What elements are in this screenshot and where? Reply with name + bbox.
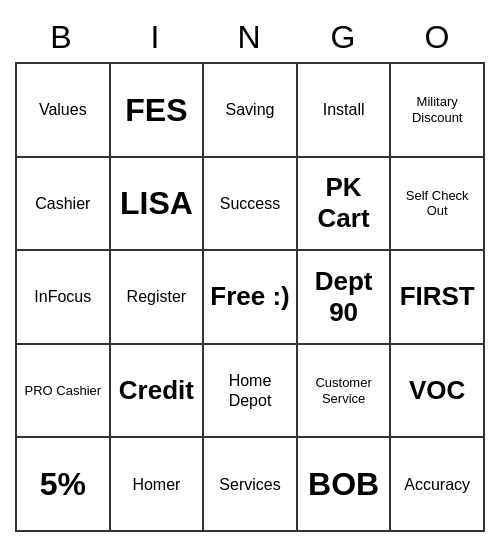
bingo-cell-text-1-1: LISA: [120, 184, 193, 222]
bingo-cell-text-4-3: BOB: [308, 465, 379, 503]
bingo-cell-3-3: Customer Service: [298, 345, 392, 439]
bingo-cell-text-4-2: Services: [219, 475, 280, 494]
bingo-cell-text-0-3: Install: [323, 100, 365, 119]
bingo-card: BINGO ValuesFESSavingInstallMilitary Dis…: [15, 12, 485, 532]
header-letter-I: I: [109, 12, 203, 62]
bingo-cell-text-3-3: Customer Service: [302, 375, 386, 406]
bingo-cell-3-1: Credit: [111, 345, 205, 439]
bingo-cell-1-3: PK Cart: [298, 158, 392, 252]
bingo-cell-text-2-2: Free :): [210, 281, 289, 312]
bingo-cell-2-3: Dept 90: [298, 251, 392, 345]
bingo-cell-text-0-0: Values: [39, 100, 87, 119]
bingo-cell-text-2-4: FIRST: [400, 281, 475, 312]
bingo-cell-text-0-4: Military Discount: [395, 94, 479, 125]
header-letter-G: G: [297, 12, 391, 62]
bingo-cell-text-3-0: PRO Cashier: [25, 383, 102, 399]
bingo-cell-3-4: VOC: [391, 345, 485, 439]
bingo-cell-text-1-3: PK Cart: [302, 172, 386, 234]
bingo-cell-4-2: Services: [204, 438, 298, 532]
header-letter-B: B: [15, 12, 109, 62]
bingo-cell-text-0-2: Saving: [226, 100, 275, 119]
bingo-cell-2-4: FIRST: [391, 251, 485, 345]
bingo-cell-text-1-0: Cashier: [35, 194, 90, 213]
bingo-cell-4-3: BOB: [298, 438, 392, 532]
bingo-cell-text-3-2: Home Depot: [208, 371, 292, 409]
header-letter-N: N: [203, 12, 297, 62]
bingo-cell-1-1: LISA: [111, 158, 205, 252]
bingo-cell-text-2-0: InFocus: [34, 287, 91, 306]
bingo-cell-1-4: Self Check Out: [391, 158, 485, 252]
bingo-cell-3-0: PRO Cashier: [17, 345, 111, 439]
bingo-cell-1-0: Cashier: [17, 158, 111, 252]
bingo-cell-0-1: FES: [111, 64, 205, 158]
bingo-grid: ValuesFESSavingInstallMilitary DiscountC…: [15, 62, 485, 532]
bingo-cell-text-3-1: Credit: [119, 375, 194, 406]
bingo-cell-text-2-3: Dept 90: [302, 266, 386, 328]
bingo-header: BINGO: [15, 12, 485, 62]
bingo-cell-text-1-4: Self Check Out: [395, 188, 479, 219]
bingo-cell-text-3-4: VOC: [409, 375, 465, 406]
bingo-cell-2-1: Register: [111, 251, 205, 345]
bingo-cell-4-0: 5%: [17, 438, 111, 532]
bingo-cell-3-2: Home Depot: [204, 345, 298, 439]
bingo-cell-text-4-1: Homer: [132, 475, 180, 494]
bingo-cell-4-4: Accuracy: [391, 438, 485, 532]
bingo-cell-text-2-1: Register: [127, 287, 187, 306]
bingo-cell-2-2: Free :): [204, 251, 298, 345]
bingo-cell-text-1-2: Success: [220, 194, 280, 213]
bingo-cell-0-3: Install: [298, 64, 392, 158]
header-letter-O: O: [391, 12, 485, 62]
bingo-cell-2-0: InFocus: [17, 251, 111, 345]
bingo-cell-text-0-1: FES: [125, 91, 187, 129]
bingo-cell-0-2: Saving: [204, 64, 298, 158]
bingo-cell-text-4-0: 5%: [40, 465, 86, 503]
bingo-cell-4-1: Homer: [111, 438, 205, 532]
bingo-cell-text-4-4: Accuracy: [404, 475, 470, 494]
bingo-cell-1-2: Success: [204, 158, 298, 252]
bingo-cell-0-0: Values: [17, 64, 111, 158]
bingo-cell-0-4: Military Discount: [391, 64, 485, 158]
